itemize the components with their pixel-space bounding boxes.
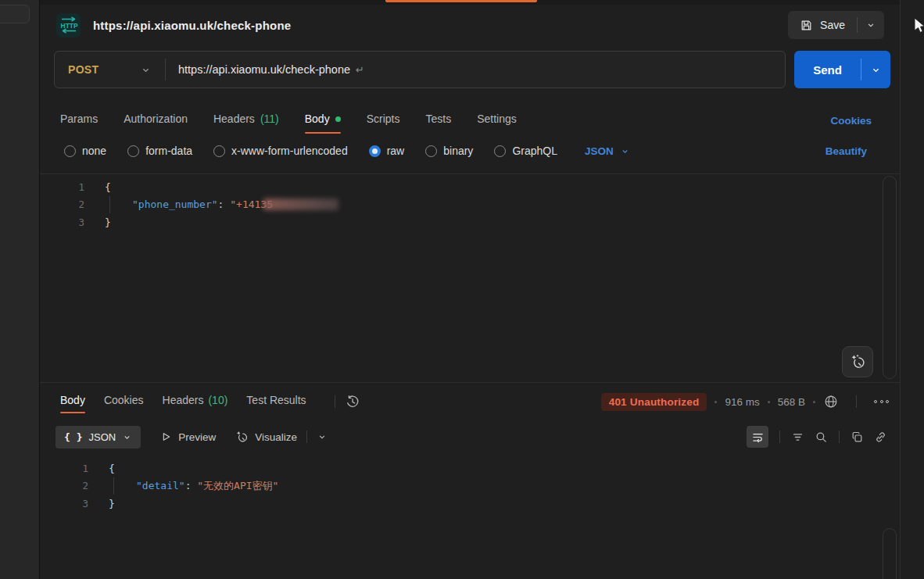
dot-separator — [813, 401, 815, 403]
wrap-text-button[interactable] — [747, 426, 768, 448]
request-title: https://api.xiaomu.uk/check-phone — [93, 19, 291, 32]
braces-icon: { } — [64, 431, 82, 443]
method-selector[interactable]: POST — [55, 63, 165, 76]
save-label: Save — [820, 19, 845, 31]
tab-settings[interactable]: Settings — [477, 107, 517, 134]
body-type-row: none form-data x-www-form-urlencoded raw… — [40, 138, 900, 163]
chevron-down-icon — [317, 431, 328, 442]
line-number: 2 — [40, 480, 88, 491]
view-options-button[interactable] — [317, 431, 328, 442]
response-body-editor[interactable]: 1 { 2 "detail": "无效的API密钥" 3 } — [40, 453, 900, 579]
response-toolbar: { } JSON Preview Visualize — [40, 420, 900, 453]
code-text: "detail": "无效的API密钥" — [109, 477, 278, 495]
response-tab-headers[interactable]: Headers(10) — [163, 387, 228, 416]
beautify-link[interactable]: Beautify — [826, 145, 867, 157]
body-type-none[interactable]: none — [64, 145, 106, 157]
response-panel: Body Cookies Headers(10) Test Results 40… — [40, 382, 900, 579]
tab-params[interactable]: Params — [60, 107, 98, 134]
method-label: POST — [68, 63, 98, 76]
line-number: 3 — [40, 216, 84, 228]
response-size: 568 B — [778, 396, 805, 408]
line-number: 1 — [40, 181, 84, 193]
tab-authorization[interactable]: Authorization — [124, 107, 188, 134]
right-sidebar-rail — [900, 0, 924, 579]
headers-count: (11) — [260, 113, 279, 125]
scrollbar-track[interactable] — [883, 176, 897, 379]
divider — [856, 395, 857, 408]
radio-icon — [425, 145, 437, 157]
response-tabs: Body Cookies Headers(10) Test Results 40… — [40, 383, 900, 420]
response-history-button[interactable] — [345, 394, 360, 409]
indent-guide — [109, 477, 136, 495]
search-icon — [815, 431, 828, 444]
cursor-arrow-icon — [914, 17, 924, 34]
code-line: 2 "detail": "无效的API密钥" — [40, 477, 900, 495]
enter-key-hint: ↵ — [356, 64, 364, 76]
divider — [306, 431, 307, 443]
visualize-button[interactable]: Visualize — [235, 430, 297, 444]
url-input[interactable]: https://api.xiaomu.uk/check-phone ↵ — [166, 63, 785, 76]
body-type-binary[interactable]: binary — [425, 145, 473, 157]
copy-button[interactable] — [851, 431, 864, 444]
url-value: https://api.xiaomu.uk/check-phone — [178, 63, 350, 76]
dot-separator — [714, 401, 717, 403]
scrollbar-track[interactable] — [883, 528, 897, 579]
code-text: } — [109, 498, 115, 509]
body-type-graphql[interactable]: GraphQL — [494, 145, 557, 157]
radio-selected-icon — [369, 145, 381, 157]
response-meta: 401 Unauthorized 916 ms 568 B — [601, 393, 889, 411]
http-badge-text: HTTP — [60, 22, 78, 30]
radio-icon — [213, 145, 225, 157]
app-window: HTTP https://api.xiaomu.uk/check-phone — [0, 0, 924, 579]
tab-headers[interactable]: Headers(11) — [213, 107, 279, 134]
code-line: 3 } — [40, 213, 900, 231]
cookies-link[interactable]: Cookies — [830, 115, 872, 127]
body-type-raw[interactable]: raw — [369, 145, 405, 157]
search-button[interactable] — [815, 431, 828, 444]
copy-icon — [851, 431, 864, 444]
radio-icon — [127, 145, 139, 157]
response-format-selector[interactable]: { } JSON — [56, 426, 141, 449]
body-type-urlencoded[interactable]: x-www-form-urlencoded — [213, 145, 348, 157]
body-type-form-data[interactable]: form-data — [127, 145, 192, 157]
send-button[interactable]: Send — [794, 51, 890, 88]
filter-button[interactable] — [791, 431, 804, 444]
response-tab-cookies[interactable]: Cookies — [104, 387, 144, 416]
save-button[interactable]: Save — [788, 11, 884, 39]
response-time: 916 ms — [725, 396, 759, 408]
redacted-value-blur — [263, 198, 338, 210]
line-number: 3 — [40, 498, 88, 509]
more-options-button[interactable] — [874, 400, 889, 403]
line-number: 1 — [40, 463, 88, 474]
clock-history-icon — [345, 394, 360, 409]
mouse-cursor — [914, 17, 924, 34]
tab-scripts[interactable]: Scripts — [367, 107, 400, 134]
postbot-button[interactable] — [842, 346, 873, 377]
chevron-down-icon — [122, 432, 132, 442]
tab-body[interactable]: Body — [305, 107, 341, 134]
radio-icon — [64, 145, 76, 157]
response-tab-test-results[interactable]: Test Results — [246, 387, 306, 416]
request-body-editor[interactable]: 1 { 2 "phone_number": "+14135 3 } — [40, 173, 900, 382]
sidebar-collapsed-tab[interactable] — [0, 5, 30, 23]
send-options-button[interactable] — [861, 51, 890, 88]
save-icon — [800, 19, 813, 32]
request-tabs: Params Authorization Headers(11) Body Sc… — [40, 107, 900, 134]
code-line: 1 { — [40, 178, 900, 196]
save-options-button[interactable] — [858, 20, 884, 30]
url-row: POST https://api.xiaomu.uk/check-phone ↵… — [40, 45, 900, 95]
request-header: HTTP https://api.xiaomu.uk/check-phone — [40, 5, 900, 45]
response-tab-body[interactable]: Body — [60, 387, 85, 416]
line-number: 2 — [40, 198, 84, 210]
format-selector[interactable]: JSON — [585, 145, 630, 157]
globe-icon — [823, 394, 839, 409]
preview-button[interactable]: Preview — [159, 431, 216, 443]
code-line: 1 { — [40, 459, 900, 477]
tab-tests[interactable]: Tests — [425, 107, 451, 134]
radio-icon — [494, 145, 506, 157]
code-line: 2 "phone_number": "+14135 — [40, 196, 900, 214]
network-info-button[interactable] — [823, 394, 839, 409]
postbot-icon — [235, 430, 249, 444]
chevron-down-icon — [140, 64, 152, 76]
link-button[interactable] — [874, 431, 887, 444]
